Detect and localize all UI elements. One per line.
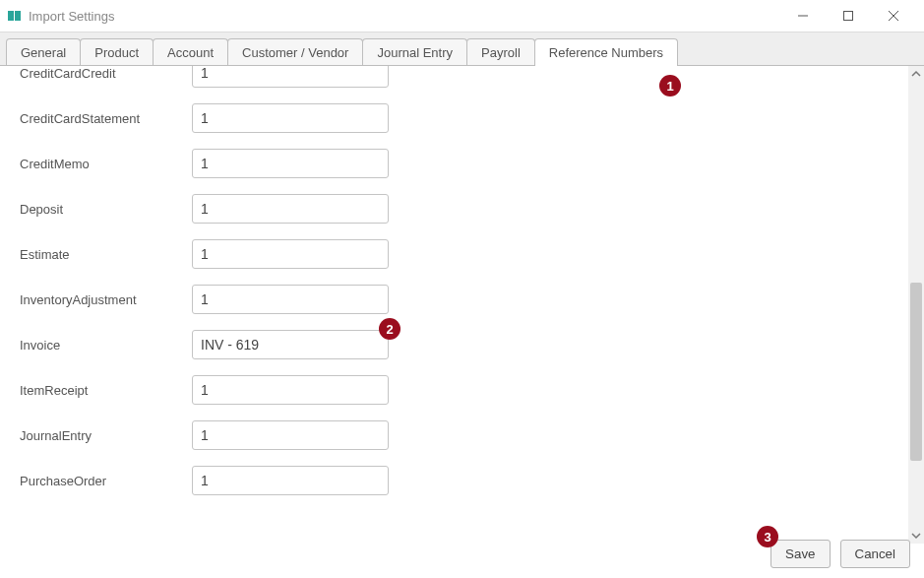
minimize-button[interactable] [780,0,826,32]
row-invoice: Invoice 2 [20,330,898,359]
tab-account[interactable]: Account [153,38,228,66]
input-deposit[interactable] [192,194,389,224]
tab-product[interactable]: Product [80,38,154,66]
label-estimate: Estimate [20,247,192,262]
label-inventoryadjustment: InventoryAdjustment [20,292,192,307]
row-creditcardstatement: CreditCardStatement [20,103,898,133]
tab-bar: General Product Account Customer / Vendo… [0,32,924,66]
row-itemreceipt: ItemReceipt [20,375,898,405]
row-estimate: Estimate [20,239,898,269]
tab-reference-numbers[interactable]: Reference Numbers 1 [534,38,678,66]
maximize-button[interactable] [826,0,871,32]
maximize-icon [842,10,854,22]
label-creditcardstatement: CreditCardStatement [20,111,192,126]
input-estimate[interactable] [192,239,389,269]
svg-rect-1 [844,12,853,21]
label-itemreceipt: ItemReceipt [20,383,192,398]
save-button[interactable]: Save [770,540,830,568]
close-icon [888,10,899,22]
close-button[interactable] [871,0,916,32]
title-bar: Import Settings [0,0,924,32]
scroll-track[interactable] [908,82,924,528]
tab-customer-vendor[interactable]: Customer / Vendor [227,38,363,66]
input-inventoryadjustment[interactable] [192,285,389,314]
tab-label: Reference Numbers [549,45,663,60]
window-title: Import Settings [29,9,114,24]
row-creditmemo: CreditMemo [20,149,898,178]
input-purchaseorder[interactable] [192,466,389,495]
input-journalentry[interactable] [192,420,389,450]
label-purchaseorder: PurchaseOrder [20,474,192,488]
scroll-up-icon[interactable] [908,66,924,82]
input-creditcardstatement[interactable] [192,103,389,133]
app-icon [8,11,21,21]
tab-payroll[interactable]: Payroll [466,38,535,66]
row-inventoryadjustment: InventoryAdjustment [20,285,898,314]
label-journalentry: JournalEntry [20,428,192,443]
scroll-thumb[interactable] [910,283,922,461]
tab-panel-reference-numbers: CreditCardCredit CreditCardStatement Cre… [0,65,924,544]
input-itemreceipt[interactable] [192,375,389,405]
row-deposit: Deposit [20,194,898,224]
form-scroll-area: CreditCardCredit CreditCardStatement Cre… [0,66,908,544]
scroll-down-icon[interactable] [908,528,924,544]
row-journalentry: JournalEntry [20,420,898,450]
cancel-button[interactable]: Cancel [840,540,911,568]
row-purchaseorder: PurchaseOrder [20,466,898,495]
input-invoice[interactable] [192,330,389,359]
input-creditcardcredit[interactable] [192,66,389,88]
dialog-footer: 3 Save Cancel [770,540,910,568]
label-deposit: Deposit [20,202,192,217]
row-creditcardcredit: CreditCardCredit [20,66,898,88]
minimize-icon [797,10,809,22]
tab-general[interactable]: General [6,38,81,66]
label-creditmemo: CreditMemo [20,157,192,171]
input-creditmemo[interactable] [192,149,389,178]
label-creditcardcredit: CreditCardCredit [20,66,192,81]
tab-journal-entry[interactable]: Journal Entry [362,38,467,66]
label-invoice: Invoice [20,338,192,353]
window-controls [780,0,916,32]
vertical-scrollbar[interactable] [908,66,924,544]
